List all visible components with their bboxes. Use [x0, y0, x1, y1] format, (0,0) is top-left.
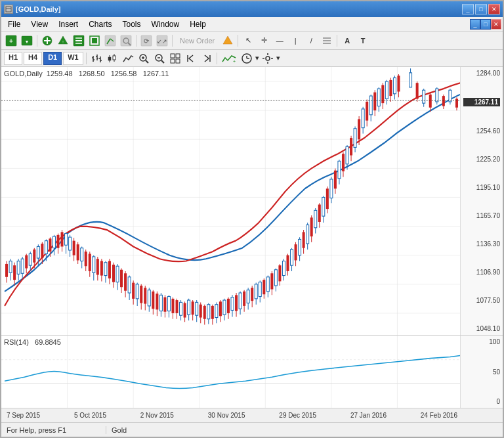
zoom-in-btn[interactable]: [136, 51, 151, 66]
vline-tool[interactable]: |: [288, 33, 303, 48]
svg-rect-16: [92, 38, 97, 43]
price-scale: 1284.00 1267.11 1254.60 1225.20 1195.10 …: [460, 67, 503, 335]
svg-rect-138: [112, 265, 115, 282]
toolbar-btn-3[interactable]: ↑: [56, 33, 70, 48]
svg-rect-142: [120, 270, 123, 287]
separator-3: [172, 35, 173, 47]
svg-rect-186: [207, 305, 210, 319]
toolbar-btn-4[interactable]: [72, 33, 86, 48]
svg-rect-126: [89, 253, 91, 271]
toolbar-btn-5[interactable]: [87, 33, 102, 48]
chart-grid-btn[interactable]: [168, 51, 182, 66]
menu-insert[interactable]: Insert: [53, 18, 83, 30]
toolbar-btn-1[interactable]: ▼: [20, 33, 34, 48]
clock-btn[interactable]: [240, 51, 254, 66]
window-icon: [4, 5, 13, 14]
crosshair-tool[interactable]: ✛: [257, 33, 271, 48]
svg-rect-130: [96, 259, 99, 274]
clock-dropdown[interactable]: ▾: [255, 51, 259, 66]
settings-dropdown[interactable]: ▾: [276, 51, 280, 66]
toolbar-btn-7[interactable]: [119, 33, 133, 48]
chart-type-line[interactable]: [121, 51, 135, 66]
inner-restore-btn[interactable]: □: [480, 19, 491, 30]
svg-rect-200: [235, 295, 238, 311]
tf-h1[interactable]: H1: [4, 52, 22, 65]
svg-rect-220: [274, 270, 277, 286]
svg-rect-190: [215, 305, 218, 318]
svg-rect-210: [255, 284, 257, 299]
svg-rect-224: [282, 261, 285, 276]
svg-rect-282: [397, 76, 400, 91]
more-tools[interactable]: [320, 33, 334, 48]
text-tool-T[interactable]: T: [356, 33, 370, 48]
toolbar-btn-9[interactable]: ↙↗: [155, 33, 169, 48]
chart-scroll-left[interactable]: [184, 51, 198, 66]
svg-rect-266: [366, 102, 368, 121]
chart-scroll-right[interactable]: [200, 51, 214, 66]
price-1225: 1225.20: [463, 156, 500, 163]
svg-point-63: [266, 56, 270, 60]
svg-rect-56: [176, 59, 180, 63]
tf-d1[interactable]: D1: [43, 52, 62, 65]
svg-rect-240: [314, 210, 317, 227]
svg-rect-17: [105, 35, 116, 46]
menu-window[interactable]: Window: [146, 18, 185, 30]
cursor-tool[interactable]: ↖: [241, 33, 255, 48]
svg-rect-228: [291, 250, 293, 265]
chart-type-bar[interactable]: [89, 51, 104, 66]
svg-rect-256: [346, 146, 348, 164]
main-chart[interactable]: GOLD,Daily 1259.48 1268.50 1256.58 1267.…: [1, 67, 503, 336]
menu-view[interactable]: View: [26, 18, 53, 30]
toolbar-btn-2[interactable]: [40, 33, 54, 48]
svg-rect-112: [61, 232, 64, 246]
inner-minimize-btn[interactable]: _: [470, 19, 480, 30]
price-1106: 1106.90: [463, 269, 500, 276]
menu-charts[interactable]: Charts: [83, 18, 117, 30]
svg-rect-212: [259, 282, 261, 297]
separator-tf-1: [86, 53, 87, 64]
menu-tools[interactable]: Tools: [117, 18, 146, 30]
settings-btn[interactable]: [261, 51, 275, 66]
menu-help[interactable]: Help: [184, 18, 211, 30]
svg-rect-118: [73, 241, 75, 255]
svg-rect-196: [227, 299, 230, 313]
svg-text:↙↗: ↙↗: [157, 38, 167, 45]
timeframe-toolbar: H1 H4 D1 W1 +: [1, 50, 503, 67]
svg-rect-158: [152, 292, 154, 309]
price-1284: 1284.00: [463, 70, 500, 77]
rsi-100: 100: [463, 338, 500, 345]
new-chart-button[interactable]: +: [4, 33, 18, 48]
minimize-button[interactable]: _: [462, 4, 474, 14]
price-1195: 1195.10: [463, 184, 500, 191]
indicator-btn[interactable]: +: [220, 51, 238, 66]
text-tool-A[interactable]: A: [340, 33, 354, 48]
current-price: 1267.11: [463, 98, 500, 106]
svg-rect-174: [184, 303, 186, 317]
svg-text:+: +: [233, 59, 236, 64]
svg-rect-258: [350, 138, 352, 155]
toolbar-btn-10[interactable]: [220, 33, 235, 48]
svg-rect-100: [37, 246, 39, 258]
trendline-tool[interactable]: /: [304, 33, 318, 48]
rsi-0: 0: [463, 398, 500, 405]
inner-close-btn[interactable]: ✕: [491, 19, 501, 30]
toolbar-btn-6[interactable]: [103, 33, 117, 48]
tf-h4[interactable]: H4: [24, 52, 42, 65]
svg-rect-164: [163, 297, 166, 312]
svg-marker-27: [223, 36, 232, 44]
close-button[interactable]: ✕: [488, 4, 500, 14]
toolbar-main: + ▼ ↑ ⟳ ↙↗ New Order: [1, 32, 503, 50]
separator-1: [37, 35, 37, 47]
restore-button[interactable]: □: [475, 4, 487, 14]
status-symbol: Gold: [106, 426, 132, 434]
svg-rect-88: [13, 265, 16, 280]
svg-rect-264: [362, 109, 364, 128]
hline-tool[interactable]: —: [272, 33, 287, 48]
chart-type-candle[interactable]: [105, 51, 119, 66]
toolbar-btn-8[interactable]: ⟳: [139, 33, 154, 48]
zoom-out-btn[interactable]: [152, 51, 167, 66]
tf-w1[interactable]: W1: [63, 52, 83, 65]
menu-file[interactable]: File: [3, 18, 26, 30]
svg-rect-90: [17, 261, 20, 274]
new-order-button[interactable]: New Order: [175, 33, 219, 48]
